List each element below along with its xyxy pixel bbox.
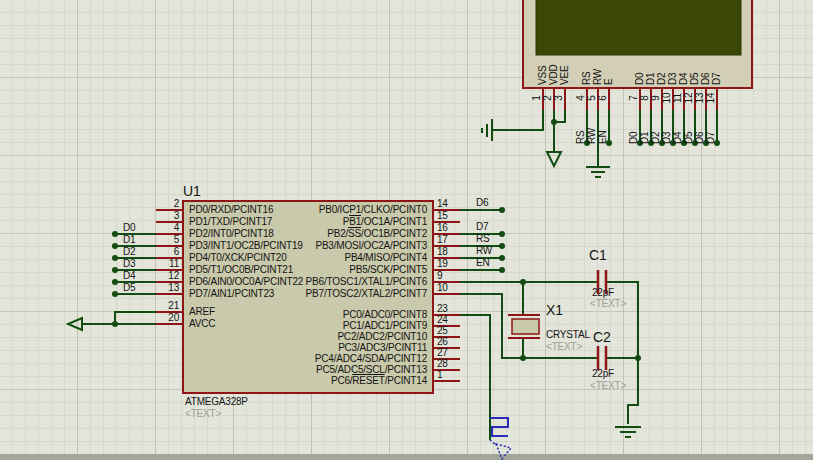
mcu-pin-num: 9 <box>437 270 442 282</box>
mcu-value: ATMEGA328P <box>185 396 248 408</box>
mcu-pin-label-pd4: PD4/T0/XCK/PCINT20 <box>189 252 287 264</box>
mcu-pin-label-pb2: PB2/SS/OC1B/PCINT2 <box>327 228 427 240</box>
mcu-pin-label-pd1: PD1/TXD/PCINT17 <box>189 216 272 228</box>
lcd-pin-num: 11 <box>673 88 683 108</box>
mcu-pin-num: 6 <box>155 246 179 258</box>
crystal-ref: X1 <box>546 303 563 318</box>
mcu-pin-label-pb0: PB0/ICP1/CLKO/PCINT0 <box>319 204 427 216</box>
mcu-pin-label-pb5: PB5/SCK/PCINT5 <box>349 264 427 276</box>
crystal-value: CRYSTAL <box>546 329 590 341</box>
net-label-d4: D4 <box>123 270 135 282</box>
lcd-pin-num: 8 <box>640 88 650 108</box>
mcu-pin-label-pd2: PD2/INT0/PCINT18 <box>189 228 274 240</box>
lcd-pin-num: 13 <box>695 88 705 108</box>
crystal-component[interactable] <box>508 315 540 338</box>
c2-value: 22pF <box>592 368 614 380</box>
mcu-pin-num: 17 <box>437 234 448 246</box>
c1-ref: C1 <box>589 248 607 263</box>
c1-text-placeholder: <TEXT> <box>590 298 626 310</box>
crystal-text-placeholder: <TEXT> <box>546 341 582 353</box>
sheet-edge <box>0 454 813 460</box>
net-label-d7: D7 <box>476 221 488 233</box>
mcu-pin-label-pc6: PC6/RESET/PCINT14 <box>331 375 427 387</box>
net-label-rw: RW <box>476 245 492 257</box>
lcd-pin-num: 9 <box>651 88 661 108</box>
net-label-d2: D2 <box>123 246 135 258</box>
mcu-pin-num: 19 <box>437 258 448 270</box>
lcd-pin-label-e: E <box>603 51 615 85</box>
lcd-pin-label-d7: D7 <box>711 51 723 85</box>
mcu-pin-label-pd7: PD7/AIN1/PCINT23 <box>189 288 274 300</box>
mcu-pin-num: 2 <box>155 198 179 210</box>
mcu-pin-label-pb4: PB4/MISO/PCINT4 <box>344 252 427 264</box>
mcu-pin-num: 11 <box>155 258 179 270</box>
lcd-pin-num: 12 <box>684 88 694 108</box>
lcd-net-label-d7: D7 <box>705 110 717 144</box>
mcu-pin-label-pb1: PB1/OC1A/PCINT1 <box>343 216 427 228</box>
mcu-pin-num: 10 <box>437 282 448 294</box>
lcd-pin-num: 7 <box>629 88 639 108</box>
mcu-pin-num: 15 <box>437 210 448 222</box>
mcu-pin-label-pd0: PD0/RXD/PCINT16 <box>189 204 273 216</box>
mcu-pin-label-pd6: PD6/AIN0/OC0A/PCINT22 <box>189 276 303 288</box>
lcd-pin-num: 14 <box>706 88 716 108</box>
mcu-pin-label-pb6: PB6/TOSC1/XTAL1/PCINT6 <box>306 276 427 288</box>
c2-ref: C2 <box>593 330 611 345</box>
lcd-pin-label-vee: VEE <box>559 51 571 85</box>
mcu-pin-num: 21 <box>155 300 179 312</box>
crystal-body[interactable] <box>512 319 539 334</box>
mcu-pin-num: 18 <box>437 246 448 258</box>
mcu-pin-num: 16 <box>437 222 448 234</box>
lcd-pin-num: 6 <box>598 88 608 108</box>
mcu-pin-num: 5 <box>155 234 179 246</box>
lcd-pin-num: 1 <box>532 88 542 108</box>
mcu-pin-num: 1 <box>437 369 442 381</box>
mcu-pin-num: 3 <box>155 210 179 222</box>
lcd-pin-num: 2 <box>543 88 553 108</box>
lcd-net-label-en: EN <box>597 110 609 144</box>
schematic-canvas: U1 ATMEGA328P <TEXT> 2 3 4 5 6 11 12 13 … <box>0 0 813 460</box>
mcu-ref: U1 <box>183 184 201 199</box>
mcu-pin-num: 14 <box>437 198 448 210</box>
net-label-rs: RS <box>476 233 490 245</box>
lcd-pin-num: 4 <box>576 88 586 108</box>
lcd-pin-num: 10 <box>662 88 672 108</box>
mcu-pin-num: 4 <box>155 222 179 234</box>
mcu-pin-num: 12 <box>155 270 179 282</box>
mcu-pin-label-avcc: AVCC <box>189 318 215 330</box>
net-label-d3: D3 <box>123 258 135 270</box>
mcu-pin-label-pb7: PB7/TOSC2/XTAL2/PCINT7 <box>306 288 427 300</box>
c2-text-placeholder: <TEXT> <box>590 380 626 392</box>
net-label-d0: D0 <box>123 222 135 234</box>
net-label-en: EN <box>476 257 490 269</box>
mcu-pin-label-pb3: PB3/MOSI/OC2A/PCINT3 <box>315 240 427 252</box>
lcd-pin-num: 3 <box>554 88 564 108</box>
mcu-pin-num: 13 <box>155 282 179 294</box>
lcd-screen <box>536 0 741 55</box>
mcu-pin-label-pd3: PD3/INT1/OC2B/PCINT19 <box>189 240 303 252</box>
mcu-pin-label-aref: AREF <box>189 306 215 318</box>
mcu-text-placeholder: <TEXT> <box>185 408 221 420</box>
mcu-pin-num: 20 <box>155 312 179 324</box>
lcd-pin-num: 5 <box>587 88 597 108</box>
net-label-d5: D5 <box>123 282 135 294</box>
net-label-d6: D6 <box>476 197 488 209</box>
mcu-pin-label-pd5: PD5/T1/OC0B/PCINT21 <box>189 264 293 276</box>
net-label-d1: D1 <box>123 234 135 246</box>
